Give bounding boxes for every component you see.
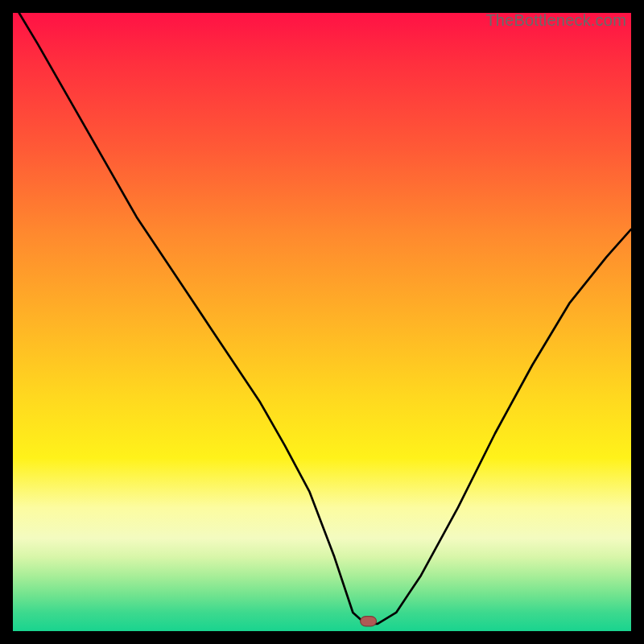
bottleneck-curve xyxy=(19,13,631,624)
plot-area: TheBottleneck.com xyxy=(13,13,631,631)
chart-stage: TheBottleneck.com xyxy=(0,0,644,644)
plot-svg xyxy=(13,13,631,631)
valley-marker xyxy=(361,617,377,626)
